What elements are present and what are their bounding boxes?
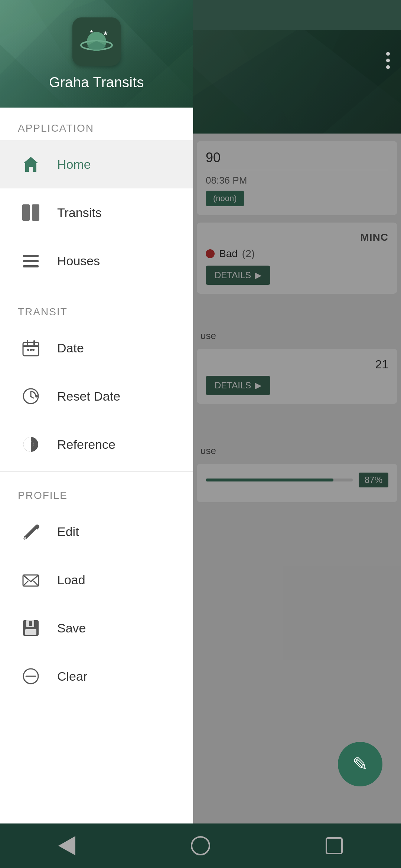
date-icon bbox=[18, 335, 44, 361]
svg-rect-21 bbox=[23, 265, 39, 267]
drawer-header: ★ ★ Graha Transits bbox=[0, 0, 193, 108]
drawer-body[interactable]: APPLICATION Home Transits bbox=[0, 108, 193, 868]
menu-item-load[interactable]: Load bbox=[0, 556, 193, 604]
home-circle-icon bbox=[191, 836, 210, 855]
nav-home-button[interactable] bbox=[186, 831, 215, 861]
svg-rect-40 bbox=[25, 629, 36, 635]
reference-label: Reference bbox=[57, 437, 115, 452]
houses-icon bbox=[18, 248, 44, 274]
load-label: Load bbox=[57, 573, 85, 587]
reset-date-icon bbox=[18, 383, 44, 409]
clear-icon bbox=[18, 663, 44, 689]
section-transit: TRANSIT bbox=[0, 291, 193, 324]
svg-rect-19 bbox=[23, 255, 39, 257]
svg-text:★: ★ bbox=[89, 29, 94, 34]
app-title: Graha Transits bbox=[49, 75, 144, 91]
section-profile: PROFILE bbox=[0, 475, 193, 507]
background-more-options[interactable] bbox=[386, 52, 390, 69]
svg-rect-17 bbox=[22, 204, 30, 221]
svg-point-27 bbox=[30, 349, 32, 351]
transits-icon bbox=[18, 200, 44, 226]
section-application: APPLICATION bbox=[0, 108, 193, 140]
houses-label: Houses bbox=[57, 254, 100, 268]
menu-item-clear[interactable]: Clear bbox=[0, 652, 193, 700]
save-icon bbox=[18, 615, 44, 641]
save-label: Save bbox=[57, 621, 86, 635]
svg-marker-16 bbox=[23, 157, 38, 172]
svg-text:★: ★ bbox=[103, 30, 108, 36]
load-icon bbox=[18, 567, 44, 593]
navigation-bar bbox=[0, 823, 401, 868]
divider-2 bbox=[0, 471, 193, 472]
planet-svg: ★ ★ bbox=[80, 25, 113, 58]
date-label: Date bbox=[57, 341, 84, 355]
svg-line-32 bbox=[31, 397, 33, 398]
overlay-scrim[interactable] bbox=[193, 0, 401, 868]
svg-rect-24 bbox=[27, 340, 28, 345]
clear-label: Clear bbox=[57, 669, 87, 684]
nav-recents-button[interactable] bbox=[319, 831, 349, 861]
svg-rect-41 bbox=[29, 621, 32, 626]
menu-item-save[interactable]: Save bbox=[0, 604, 193, 652]
svg-rect-18 bbox=[32, 204, 39, 221]
menu-item-home[interactable]: Home bbox=[0, 140, 193, 188]
transits-label: Transits bbox=[57, 206, 102, 220]
svg-rect-25 bbox=[33, 340, 35, 345]
nav-back-button[interactable] bbox=[52, 831, 82, 861]
menu-item-edit[interactable]: Edit bbox=[0, 507, 193, 556]
divider-1 bbox=[0, 288, 193, 288]
edit-icon bbox=[18, 519, 44, 545]
menu-item-transits[interactable]: Transits bbox=[0, 188, 193, 237]
menu-item-houses[interactable]: Houses bbox=[0, 237, 193, 285]
svg-rect-23 bbox=[23, 345, 39, 347]
reset-date-label: Reset Date bbox=[57, 389, 120, 404]
fab-button[interactable]: ✎ bbox=[338, 742, 382, 786]
edit-label: Edit bbox=[57, 525, 79, 539]
svg-point-28 bbox=[32, 349, 35, 351]
menu-item-date[interactable]: Date bbox=[0, 324, 193, 372]
svg-point-26 bbox=[27, 349, 29, 351]
edit-fab-icon: ✎ bbox=[352, 755, 368, 773]
back-triangle-icon bbox=[58, 836, 75, 855]
home-icon bbox=[18, 151, 44, 177]
reference-icon bbox=[18, 431, 44, 457]
svg-rect-20 bbox=[23, 260, 39, 262]
home-label: Home bbox=[57, 157, 91, 172]
app-icon: ★ ★ bbox=[72, 17, 121, 66]
navigation-drawer: ★ ★ Graha Transits APPLICATION Home bbox=[0, 0, 193, 868]
recents-square-icon bbox=[326, 837, 343, 854]
menu-item-reference[interactable]: Reference bbox=[0, 420, 193, 468]
menu-item-reset-date[interactable]: Reset Date bbox=[0, 372, 193, 420]
